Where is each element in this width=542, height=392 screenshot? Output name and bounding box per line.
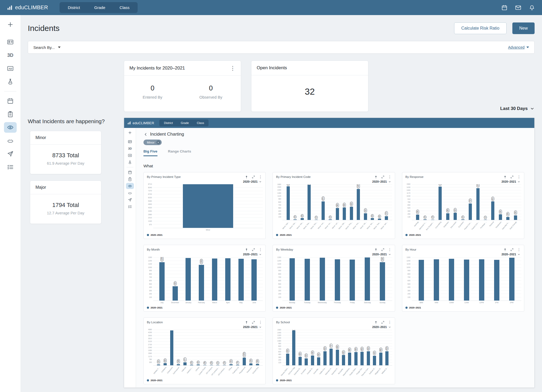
bar-minor-lying-cheating[interactable]: 560 [334,184,341,220]
kebab-menu-icon[interactable]: ⋮ [388,175,392,179]
pin-icon[interactable] [374,321,378,324]
bar-april[interactable] [221,257,234,301]
bar-minor[interactable] [155,184,261,228]
bar-minor-dress-code[interactable]: 1660 [306,184,313,220]
bar-privilege-loss[interactable]: 12 [482,184,489,220]
kebab-menu-icon[interactable]: ⋮ [259,248,262,251]
new-button[interactable]: New [512,22,535,34]
bar-may[interactable] [234,257,248,301]
last-30-days-filter[interactable]: Last 30 Days [500,106,535,112]
embedded-sidebar-item-supports[interactable] [126,190,134,196]
pin-icon[interactable] [374,175,378,179]
bar-wednesday[interactable] [315,257,330,301]
bar-prager-elementary[interactable]: 602 [359,330,365,365]
bar-discussion[interactable]: 310 [451,184,459,220]
bar-9am[interactable] [429,257,444,301]
chart-period-select[interactable]: 2020–2021 [273,252,395,256]
embedded-sidebar-item-incidents[interactable] [126,183,134,189]
kebab-menu-icon[interactable]: ⋮ [259,175,262,179]
embedded-sidebar-item-3d[interactable]: 3D [126,145,134,151]
bar-parking-lot[interactable]: 78 [234,330,241,365]
bar-interior-other[interactable]: 55 [188,330,195,365]
tab-big-five[interactable]: Big Five [143,149,157,156]
bar-minor-tardy[interactable]: 310 [362,184,369,220]
bar-off-campus-event[interactable]: 22 [215,330,221,365]
bar-minor-technology-violation[interactable]: 90 [369,184,376,220]
bar-december[interactable]: 430 [169,257,182,301]
bar-1pm[interactable] [489,257,504,301]
bar-seat-change[interactable]: 200 [512,184,519,220]
calculate-risk-ratio-button[interactable]: Calculate Risk Ratio [454,22,507,34]
remove-chip-icon[interactable] [156,140,160,144]
bar-thursday[interactable] [330,257,345,301]
embedded-sidebar-item-launchpad[interactable] [126,197,134,203]
bar-school-bus[interactable]: 158 [254,330,261,365]
kebab-menu-icon[interactable]: ⋮ [388,248,392,251]
sidebar-item-supports[interactable] [4,135,17,146]
sidebar-item-student-profile[interactable] [4,37,17,47]
bar-8am[interactable] [414,257,429,301]
bar-granite-elementary[interactable]: 430 [309,330,315,365]
sidebar-item-attendance[interactable] [4,96,17,106]
chart-period-select[interactable]: 2020–2021 [144,252,265,256]
bar-reeves-community[interactable]: 622 [365,330,371,365]
chart-period-select[interactable]: 2020–2021 [402,252,524,256]
kebab-menu-icon[interactable]: ⋮ [388,320,392,324]
embedded-sidebar-item-forms[interactable] [126,176,134,182]
bar-parent-contact[interactable]: 1400 [474,184,481,220]
bar-mcauliffe-elementary[interactable]: 452 [340,330,346,365]
sidebar-item-incidents[interactable] [4,122,17,133]
bar-willard-jr-high[interactable]: 618 [384,330,390,365]
bar-off-campus-transit[interactable]: 18 [221,330,228,365]
bar-parent-conference[interactable]: 720 [467,184,474,220]
chart-period-select[interactable]: 2020–2021 [144,325,265,329]
bar-minor-other[interactable]: 580 [341,184,348,220]
bar-march[interactable] [208,257,221,301]
bar-february[interactable]: 1082 [195,257,208,301]
bar-dewey-elementary[interactable]: 520 [284,330,291,365]
bar-hallie-academy[interactable]: 620 [322,330,328,365]
bar-2pm[interactable] [504,257,519,301]
sidebar-item-assessment[interactable] [4,63,17,74]
embedded-sidebar-item-checklist[interactable] [126,204,134,210]
bar-minor-property-misuse[interactable]: 1450 [355,184,362,220]
bar-gymnasium[interactable]: 148 [175,330,182,365]
chart-period-select[interactable]: 2020–2021 [402,179,524,183]
bar-friday[interactable] [345,257,360,301]
bar-minor-vandalism[interactable]: 170 [383,184,390,220]
bar-minor-disruption[interactable]: 85 [299,184,306,220]
pin-icon[interactable] [503,175,507,179]
embedded-sidebar-item-attendance[interactable] [126,169,134,175]
bar-11am[interactable] [459,257,474,301]
bar-mariners-elementary[interactable]: 690 [334,330,340,365]
bar-minor-physical-contact[interactable]: 620 [348,184,355,220]
bell-icon[interactable] [529,4,535,11]
bar-minor-drugs[interactable]: 10 [313,184,320,220]
embedded-brand-logo[interactable]: eduCLIMBER [127,121,154,125]
tab-range-charts[interactable]: Range Charts [168,149,191,156]
bar-expulsion[interactable]: 20 [459,184,466,220]
nav-district[interactable]: District [61,3,87,12]
sidebar-item-checklist[interactable] [4,162,17,172]
pin-icon[interactable] [245,175,248,179]
embedded-sidebar-item-interventions[interactable] [126,159,134,165]
expand-icon[interactable] [381,175,385,179]
bar-saturday[interactable] [360,257,375,301]
bar-10am[interactable] [444,257,459,301]
nav-class[interactable]: Class [113,3,137,12]
bar-sullivan-elementary[interactable]: 420 [371,330,377,365]
bar-tuesday[interactable] [300,257,315,301]
pin-icon[interactable] [245,321,248,324]
bar-mariners-high[interactable]: 737 [328,330,334,365]
bar-office[interactable]: 152 [228,330,234,365]
expand-icon[interactable] [510,175,514,179]
bar-referral[interactable]: 810 [489,184,496,220]
bar-off-campus[interactable]: 28 [208,330,215,365]
expand-icon[interactable] [510,248,514,251]
brand-logo[interactable]: eduCLIMBER [7,4,48,11]
sidebar-item-interventions[interactable] [4,76,17,87]
pin-icon[interactable] [503,248,507,251]
bar-mead-elementary[interactable]: 560 [347,330,353,365]
back-chevron-icon[interactable] [143,132,148,137]
chart-period-select[interactable]: 2020–2021 [144,179,265,183]
